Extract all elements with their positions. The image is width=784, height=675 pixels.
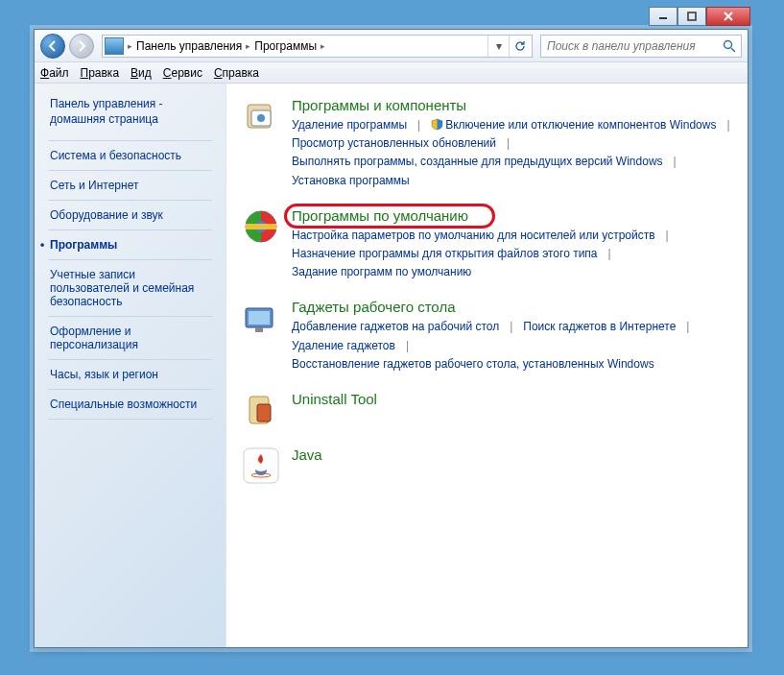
defaults-icon (242, 207, 280, 246)
control-panel-icon (105, 37, 124, 55)
task-link[interactable]: Включение или отключение компонентов Win… (431, 116, 716, 134)
task-list: Настройка параметров по умолчанию для но… (292, 227, 738, 282)
task-link[interactable]: Установка программы (292, 172, 410, 190)
task-separator: | (674, 153, 677, 171)
sidebar-item[interactable]: Часы, язык и регион (35, 364, 226, 385)
search-input[interactable] (545, 38, 722, 54)
category-block: Uninstall Tool (242, 391, 738, 429)
sidebar-home-line1: Панель управления - (50, 97, 163, 110)
sidebar-item[interactable]: Специальные возможности (35, 394, 226, 415)
menu-help[interactable]: Справка (214, 66, 259, 80)
task-list: Удаление программы|Включение или отключе… (292, 116, 738, 190)
uninstall-icon (242, 391, 280, 429)
task-link[interactable]: Настройка параметров по умолчанию для но… (292, 227, 655, 245)
forward-button[interactable] (69, 34, 94, 59)
breadcrumb-root[interactable]: Панель управления (132, 36, 246, 57)
sidebar-home-link[interactable]: Панель управления - домашняя страница (35, 97, 226, 136)
sidebar-item[interactable]: Оборудование и звук (35, 205, 226, 226)
task-separator: | (666, 227, 669, 245)
svg-rect-12 (257, 404, 271, 422)
sidebar-item[interactable]: Сеть и Интернет (35, 175, 226, 196)
svg-rect-13 (244, 448, 278, 483)
divider (48, 200, 212, 201)
divider (48, 359, 212, 360)
category-title[interactable]: Программы и компоненты (292, 97, 738, 113)
sidebar-home-line2: домашняя страница (50, 112, 158, 126)
svg-point-5 (257, 114, 265, 122)
sidebar-item[interactable]: Учетные записи пользователей и семейная … (35, 264, 226, 312)
task-link[interactable]: Удаление программы (292, 116, 407, 134)
navigation-bar: ▸ Панель управления ▸ Программы ▸ ▾ (35, 30, 748, 62)
task-separator: | (417, 116, 420, 134)
divider (48, 229, 212, 230)
sidebar-item[interactable]: Программы (35, 234, 226, 255)
search-icon (722, 38, 737, 54)
svg-rect-1 (688, 12, 696, 20)
divider (48, 316, 212, 317)
programs-icon (242, 97, 280, 135)
svg-point-2 (725, 40, 732, 48)
category-block: Программы и компонентыУдаление программы… (242, 97, 738, 190)
task-list: Добавление гаджетов на рабочий стол|Поис… (292, 318, 738, 374)
category-body: Uninstall Tool (292, 391, 738, 429)
category-block: Java (242, 446, 738, 485)
task-link[interactable]: Назначение программы для открытия файлов… (292, 245, 598, 263)
category-body: Программы и компонентыУдаление программы… (292, 97, 738, 190)
category-title[interactable]: Гаджеты рабочего стола (292, 299, 738, 315)
sidebar-item[interactable]: Оформление и персонализация (35, 321, 226, 355)
divider (48, 170, 212, 171)
back-button[interactable] (40, 34, 65, 59)
address-bar[interactable]: ▸ Панель управления ▸ Программы ▸ ▾ (102, 35, 533, 58)
task-link[interactable]: Восстановление гаджетов рабочего стола, … (292, 355, 654, 374)
control-panel-window: ▸ Панель управления ▸ Программы ▸ ▾ Файл… (34, 29, 748, 648)
task-link[interactable]: Удаление гаджетов (292, 337, 395, 355)
menu-edit[interactable]: Правка (81, 66, 120, 80)
divider (48, 389, 212, 390)
window-body: Панель управления - домашняя страница Си… (35, 84, 748, 647)
chevron-right-icon: ▸ (321, 41, 325, 51)
sidebar-item[interactable]: Система и безопасность (35, 145, 226, 166)
sidebar: Панель управления - домашняя страница Си… (35, 84, 226, 647)
category-body: Гаджеты рабочего столаДобавление гаджето… (292, 299, 738, 374)
shield-icon (431, 118, 443, 131)
task-separator: | (608, 245, 611, 263)
divider (48, 140, 212, 141)
category-title[interactable]: Java (292, 446, 738, 463)
maximize-button[interactable] (677, 7, 706, 26)
svg-rect-10 (255, 327, 263, 332)
task-link[interactable]: Добавление гаджетов на рабочий стол (292, 318, 499, 336)
gadgets-icon (242, 299, 280, 337)
task-separator: | (507, 134, 510, 153)
category-block: Гаджеты рабочего столаДобавление гаджето… (242, 299, 738, 374)
task-separator: | (510, 318, 512, 336)
close-button[interactable] (706, 7, 750, 26)
task-separator: | (406, 337, 409, 355)
task-separator: | (686, 318, 689, 336)
task-link[interactable]: Просмотр установленных обновлений (292, 134, 496, 153)
task-link[interactable]: Задание программ по умолчанию (292, 263, 471, 281)
dropdown-button[interactable]: ▾ (487, 36, 509, 57)
task-link[interactable]: Выполнять программы, созданные для преды… (292, 153, 663, 171)
content-area: Программы и компонентыУдаление программы… (226, 84, 748, 647)
category-title[interactable]: Uninstall Tool (292, 391, 738, 407)
menu-tools[interactable]: Сервис (163, 66, 202, 80)
breadcrumb-current[interactable]: Программы (250, 36, 321, 57)
category-title[interactable]: Программы по умолчанию (292, 207, 738, 224)
task-separator: | (726, 116, 729, 134)
menu-file[interactable]: Файл (40, 66, 69, 80)
divider (48, 419, 212, 420)
menu-view[interactable]: Вид (131, 66, 152, 80)
menu-bar: Файл Правка Вид Сервис Справка (35, 62, 748, 84)
category-body: Java (292, 446, 738, 485)
window-controls (649, 7, 750, 26)
search-box[interactable] (540, 35, 742, 58)
highlight-annotation (284, 204, 495, 229)
refresh-button[interactable] (509, 36, 530, 57)
task-link[interactable]: Поиск гаджетов в Интернете (523, 318, 676, 336)
java-icon (242, 446, 280, 485)
category-block: Программы по умолчаниюНастройка параметр… (242, 207, 738, 282)
svg-rect-0 (659, 17, 667, 19)
svg-rect-9 (249, 311, 270, 325)
category-body: Программы по умолчаниюНастройка параметр… (292, 207, 738, 282)
minimize-button[interactable] (649, 7, 677, 26)
